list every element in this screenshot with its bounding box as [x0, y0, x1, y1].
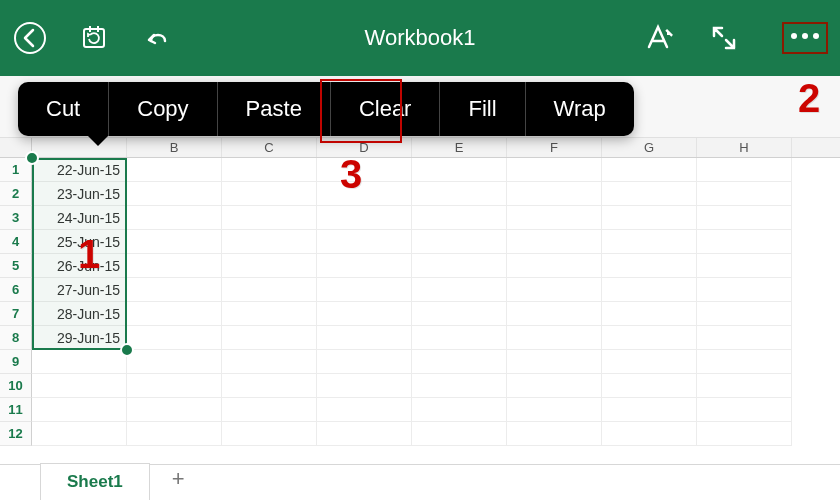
- row-3-head[interactable]: 3: [0, 206, 32, 230]
- row-2-head[interactable]: 2: [0, 182, 32, 206]
- title-bar: Workbook1: [0, 0, 840, 76]
- svg-point-4: [813, 33, 819, 39]
- col-B[interactable]: B: [127, 138, 222, 157]
- undo-button[interactable]: [140, 20, 176, 56]
- row-10-head[interactable]: 10: [0, 374, 32, 398]
- col-G[interactable]: G: [602, 138, 697, 157]
- cell-A6[interactable]: 27-Jun-15: [32, 278, 127, 302]
- row-7-head[interactable]: 7: [0, 302, 32, 326]
- context-paste[interactable]: Paste: [218, 82, 331, 136]
- context-wrap[interactable]: Wrap: [526, 82, 634, 136]
- expand-button[interactable]: [706, 20, 742, 56]
- selection-handle-bottom[interactable]: [120, 343, 134, 357]
- grid-rows: 122-Jun-15 223-Jun-15 324-Jun-15 425-Jun…: [0, 158, 840, 446]
- add-sheet-button[interactable]: +: [150, 458, 207, 500]
- row-11-head[interactable]: 11: [0, 398, 32, 422]
- col-D[interactable]: D: [317, 138, 412, 157]
- col-C[interactable]: C: [222, 138, 317, 157]
- context-fill[interactable]: Fill: [440, 82, 525, 136]
- sheet-tab-bar: Sheet1 +: [0, 464, 840, 500]
- titlebar-left: [12, 20, 176, 56]
- row-12-head[interactable]: 12: [0, 422, 32, 446]
- cell-A3[interactable]: 24-Jun-15: [32, 206, 127, 230]
- cell-A1[interactable]: 22-Jun-15: [32, 158, 127, 182]
- col-F[interactable]: F: [507, 138, 602, 157]
- cell-A8[interactable]: 29-Jun-15: [32, 326, 127, 350]
- svg-point-0: [15, 23, 45, 53]
- context-menu: Cut Copy Paste Clear Fill Wrap: [18, 82, 634, 136]
- col-E[interactable]: E: [412, 138, 507, 157]
- back-button[interactable]: [12, 20, 48, 56]
- row-4-head[interactable]: 4: [0, 230, 32, 254]
- titlebar-right: [642, 20, 828, 56]
- font-format-button[interactable]: [642, 20, 678, 56]
- row-8-head[interactable]: 8: [0, 326, 32, 350]
- sheet-tab-1[interactable]: Sheet1: [40, 463, 150, 500]
- row-5-head[interactable]: 5: [0, 254, 32, 278]
- spreadsheet-grid[interactable]: B C D E F G H 122-Jun-15 223-Jun-15 324-…: [0, 138, 840, 464]
- cell-A2[interactable]: 23-Jun-15: [32, 182, 127, 206]
- selection-handle-top[interactable]: [25, 151, 39, 165]
- column-headers: B C D E F G H: [0, 138, 840, 158]
- context-clear[interactable]: Clear: [331, 82, 441, 136]
- context-cut[interactable]: Cut: [18, 82, 109, 136]
- row-9-head[interactable]: 9: [0, 350, 32, 374]
- svg-point-2: [791, 33, 797, 39]
- svg-point-3: [802, 33, 808, 39]
- cell-A7[interactable]: 28-Jun-15: [32, 302, 127, 326]
- cell-A5[interactable]: 26-Jun-15: [32, 254, 127, 278]
- col-H[interactable]: H: [697, 138, 792, 157]
- svg-rect-1: [84, 29, 104, 47]
- cell-A4[interactable]: 25-Jun-15: [32, 230, 127, 254]
- sync-button[interactable]: [76, 20, 112, 56]
- context-copy[interactable]: Copy: [109, 82, 217, 136]
- more-button[interactable]: [782, 22, 828, 54]
- row-6-head[interactable]: 6: [0, 278, 32, 302]
- col-A[interactable]: [32, 138, 127, 157]
